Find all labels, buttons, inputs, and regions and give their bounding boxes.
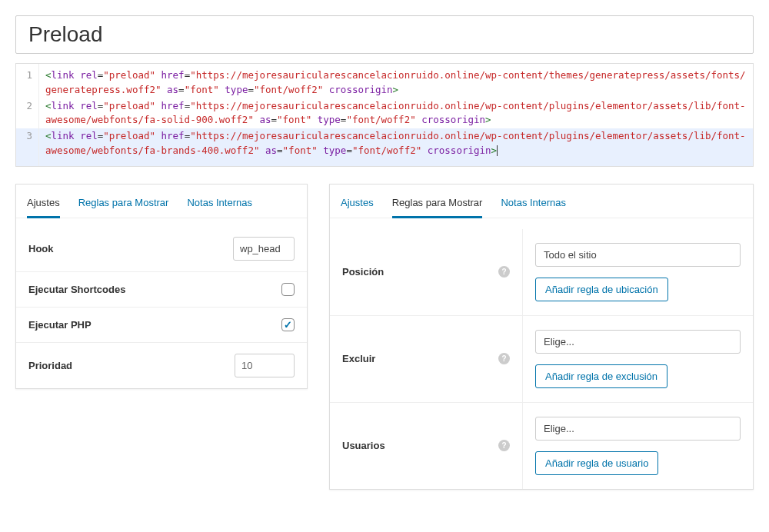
php-label: Ejecutar PHP: [28, 319, 277, 331]
exclude-label: Excluir: [342, 353, 375, 364]
priority-input[interactable]: [235, 354, 295, 377]
line-number: 1: [16, 64, 39, 98]
tab-settings-b[interactable]: Ajustes: [341, 194, 374, 218]
panel-reglas: Ajustes Reglas para Mostrar Notas Intern…: [329, 184, 754, 490]
line-number: 2: [16, 98, 39, 129]
title-input[interactable]: Preload: [15, 15, 754, 54]
add-user-rule-button[interactable]: Añadir regla de usuario: [535, 451, 658, 475]
code-line[interactable]: 3<link rel="preload" href="https://mejor…: [16, 128, 753, 166]
users-select[interactable]: Elige...: [535, 417, 741, 441]
position-label: Posición: [342, 266, 384, 278]
panel-ajustes: Ajustes Reglas para Mostrar Notas Intern…: [15, 184, 308, 389]
position-select[interactable]: Todo el sitio: [535, 243, 741, 267]
exclude-select[interactable]: Elige...: [535, 330, 741, 354]
tabs-ajustes: Ajustes Reglas para Mostrar Notas Intern…: [16, 185, 307, 218]
priority-label: Prioridad: [28, 360, 235, 371]
tab-settings[interactable]: Ajustes: [27, 194, 60, 218]
hook-input[interactable]: [233, 237, 295, 261]
code-editor[interactable]: 1<link rel="preload" href="https://mejor…: [15, 63, 754, 167]
line-number: 3: [16, 128, 39, 166]
shortcodes-label: Ejecutar Shortcodes: [28, 284, 277, 295]
php-checkbox[interactable]: [281, 318, 295, 331]
add-exclude-rule-button[interactable]: Añadir regla de exclusión: [535, 364, 667, 388]
shortcodes-checkbox[interactable]: [281, 283, 295, 296]
help-icon[interactable]: ?: [498, 440, 510, 451]
hook-label: Hook: [28, 243, 233, 254]
help-icon[interactable]: ?: [498, 266, 510, 278]
code-line[interactable]: 1<link rel="preload" href="https://mejor…: [16, 64, 753, 98]
tab-rules[interactable]: Reglas para Mostrar: [78, 194, 169, 218]
users-label: Usuarios: [342, 440, 385, 451]
tab-rules-b[interactable]: Reglas para Mostrar: [392, 194, 483, 218]
code-line[interactable]: 2<link rel="preload" href="https://mejor…: [16, 98, 753, 129]
tab-notes-b[interactable]: Notas Internas: [501, 194, 566, 218]
tabs-reglas: Ajustes Reglas para Mostrar Notas Intern…: [330, 185, 753, 218]
tab-notes[interactable]: Notas Internas: [187, 194, 252, 218]
add-location-rule-button[interactable]: Añadir regla de ubicación: [535, 278, 668, 301]
help-icon[interactable]: ?: [498, 353, 510, 364]
